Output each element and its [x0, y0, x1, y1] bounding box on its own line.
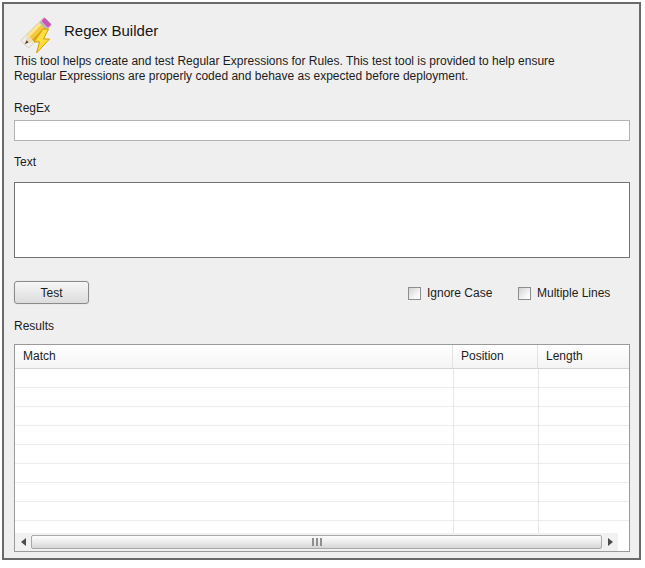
ignore-case-label: Ignore Case	[427, 286, 492, 300]
multiple-lines-label: Multiple Lines	[537, 286, 610, 300]
regex-input[interactable]	[14, 120, 630, 141]
column-divider-position	[453, 369, 454, 533]
description-line-2: Regular Expressions are properly coded a…	[14, 69, 555, 84]
description-text: This tool helps create and test Regular …	[14, 54, 555, 83]
text-label: Text	[14, 155, 36, 169]
results-table-body	[15, 369, 629, 521]
page-title: Regex Builder	[64, 22, 158, 39]
results-table: Match Position Length	[14, 344, 630, 552]
scrollbar-grip-icon	[312, 538, 322, 546]
right-arrow-icon	[608, 538, 613, 546]
text-input[interactable]	[14, 182, 630, 258]
scroll-left-arrow[interactable]	[15, 533, 31, 551]
column-divider-length	[538, 369, 539, 533]
pencil-lightning-icon	[16, 14, 56, 54]
regex-label: RegEx	[14, 101, 50, 115]
regex-builder-panel: Regex Builder This tool helps create and…	[2, 2, 641, 560]
horizontal-scrollbar[interactable]	[15, 533, 629, 551]
ignore-case-checkbox[interactable]	[408, 287, 421, 300]
left-arrow-icon	[21, 538, 26, 546]
test-button[interactable]: Test	[14, 281, 89, 304]
scrollbar-thumb[interactable]	[31, 535, 602, 549]
scroll-right-arrow[interactable]	[602, 533, 618, 551]
multiple-lines-checkbox[interactable]	[518, 287, 531, 300]
column-header-position[interactable]: Position	[453, 345, 538, 368]
description-line-1: This tool helps create and test Regular …	[14, 54, 555, 69]
column-header-match[interactable]: Match	[15, 345, 453, 368]
ignore-case-checkbox-group[interactable]: Ignore Case	[408, 286, 492, 300]
results-table-header: Match Position Length	[15, 345, 629, 369]
column-header-length[interactable]: Length	[538, 345, 629, 368]
scrollbar-corner	[618, 533, 629, 551]
multiple-lines-checkbox-group[interactable]: Multiple Lines	[518, 286, 610, 300]
results-label: Results	[14, 319, 54, 333]
